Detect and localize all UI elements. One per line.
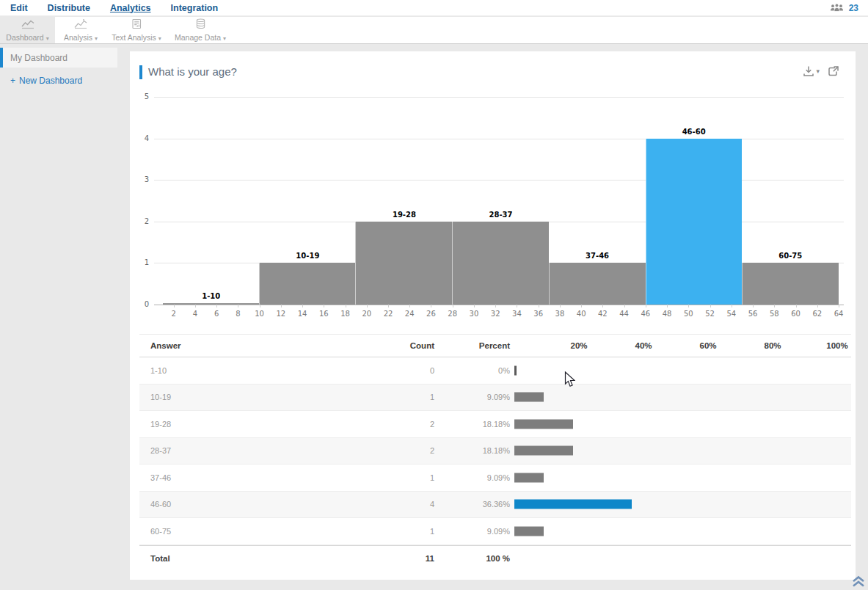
histogram-bars (163, 97, 839, 305)
x-axis-tick-label: 40 (577, 310, 586, 318)
cell-percent: 18.18% (434, 446, 510, 455)
percent-bar (514, 446, 573, 456)
nav-edit[interactable]: Edit (10, 3, 28, 13)
cell-count: 0 (356, 366, 434, 375)
database-icon (194, 18, 207, 29)
plus-icon: + (10, 76, 15, 86)
x-axis-tick (260, 305, 260, 307)
x-axis-tick-label: 62 (812, 310, 822, 318)
histogram-bar[interactable] (259, 263, 356, 305)
x-axis-tick (216, 305, 217, 307)
cell-percent: 36.36% (434, 500, 510, 509)
x-axis-tick (474, 305, 475, 307)
toolbar-manage-data-button[interactable]: Manage Data▾ (167, 17, 234, 43)
histogram-bar[interactable] (355, 222, 452, 305)
y-axis-tick-label: 2 (130, 217, 149, 225)
cell-answer: 19-28 (139, 420, 356, 429)
x-axis-tick-label: 48 (663, 310, 672, 318)
percent-bar (514, 393, 544, 402)
histogram-bar[interactable] (452, 222, 549, 305)
x-axis-tick-label: 16 (319, 310, 329, 318)
cell-percent: 0% (434, 366, 510, 375)
y-axis-tick-label: 1 (130, 258, 149, 266)
x-axis-tick (624, 305, 625, 307)
x-axis-tick-label: 22 (384, 310, 393, 318)
double-chevron-up-icon (851, 575, 866, 588)
x-axis-tick-label: 8 (236, 310, 240, 318)
cell-percent: 9.09% (434, 393, 510, 401)
age-histogram: 0123451-1010-1919-2828-3737-4646-6060-75… (130, 51, 856, 374)
table-row[interactable]: 37-4619.09% (139, 465, 851, 492)
toolbar-text-analysis-button[interactable]: Text Analysis▾ (106, 17, 167, 43)
x-axis-tick (688, 305, 689, 307)
x-axis-tick (388, 305, 389, 307)
cell-count: 2 (356, 446, 434, 455)
chevron-down-icon: ▾ (158, 35, 161, 42)
analysis-chart-icon (73, 18, 88, 29)
cell-percent: 9.09% (434, 527, 510, 536)
x-axis-tick (367, 305, 368, 307)
x-axis-tick (560, 305, 561, 307)
percent-bar (514, 365, 517, 375)
y-axis-tick-label: 0 (130, 300, 149, 308)
total-percent: 100 % (434, 554, 510, 563)
nav-analytics[interactable]: Analytics (110, 3, 151, 13)
histogram-bar[interactable] (742, 263, 839, 305)
x-axis-tick-label: 56 (748, 310, 758, 318)
x-axis-tick-label: 14 (298, 310, 307, 318)
x-axis-tick-label: 36 (533, 310, 543, 318)
x-axis-tick (174, 305, 175, 307)
header-count: Count (356, 341, 434, 350)
percent-bar (514, 473, 544, 482)
scroll-to-top-button[interactable] (851, 575, 866, 590)
cell-answer: 46-60 (139, 500, 356, 509)
table-total-row: Total 11 100 % (139, 545, 851, 572)
x-axis-line (154, 305, 844, 305)
x-axis-tick (710, 305, 711, 307)
toolbar-manage-data-label: Manage Data (175, 33, 221, 42)
toolbar-dashboard-label: Dashboard (6, 33, 43, 42)
chevron-down-icon: ▾ (95, 35, 98, 42)
x-axis-tick (324, 305, 324, 307)
x-axis-tick (732, 305, 732, 307)
new-dashboard-button[interactable]: + New Dashboard (10, 76, 82, 86)
percent-scale-label: 100% (826, 341, 847, 350)
text-document-icon (131, 18, 142, 29)
x-axis-tick-label: 34 (512, 310, 522, 318)
nav-integration[interactable]: Integration (171, 3, 219, 13)
toolbar-analysis-button[interactable]: Analysis▾ (55, 17, 106, 43)
nav-distribute[interactable]: Distribute (48, 3, 90, 13)
x-axis-tick-label: 18 (340, 310, 350, 318)
x-axis-tick-label: 6 (214, 310, 219, 318)
histogram-bar[interactable] (646, 139, 743, 305)
question-panel: What is your age? ▾ 0123451-1010-1919-28… (130, 51, 856, 580)
toolbar-dashboard-button[interactable]: Dashboard▾ (0, 17, 55, 43)
x-axis-tick-label: 20 (362, 310, 371, 318)
x-axis-tick (539, 305, 539, 307)
table-row[interactable]: 46-60436.36% (139, 492, 851, 519)
x-axis-tick (409, 305, 410, 307)
x-axis-tick (646, 305, 646, 307)
x-axis-tick (753, 305, 754, 307)
table-row[interactable]: 1-1000% (139, 357, 851, 385)
x-axis-tick-label: 52 (705, 310, 715, 318)
table-row[interactable]: 60-7519.09% (139, 518, 851, 545)
respondents-icon[interactable] (830, 3, 844, 12)
histogram-bar[interactable] (549, 263, 646, 305)
table-header-row: Answer Count Percent 20%40%60%80%100% (139, 334, 851, 357)
cell-answer: 28-37 (139, 446, 356, 455)
table-row[interactable]: 19-28218.18% (139, 411, 851, 438)
dashboard-chart-icon (21, 18, 35, 29)
sidebar-item-my-dashboard[interactable]: My Dashboard (0, 48, 117, 68)
respondent-count[interactable]: 23 (849, 3, 858, 13)
chevron-down-icon: ▾ (46, 35, 49, 42)
table-row[interactable]: 28-37218.18% (139, 438, 851, 465)
x-axis-tick-label: 46 (641, 310, 650, 318)
cell-percent: 18.18% (434, 420, 510, 429)
cell-count: 1 (356, 473, 434, 482)
histogram-bar[interactable] (163, 303, 259, 305)
percent-scale-label: 80% (764, 341, 781, 350)
cell-count: 4 (356, 500, 434, 509)
table-row[interactable]: 10-1919.09% (139, 385, 851, 412)
x-axis-tick (453, 305, 453, 307)
